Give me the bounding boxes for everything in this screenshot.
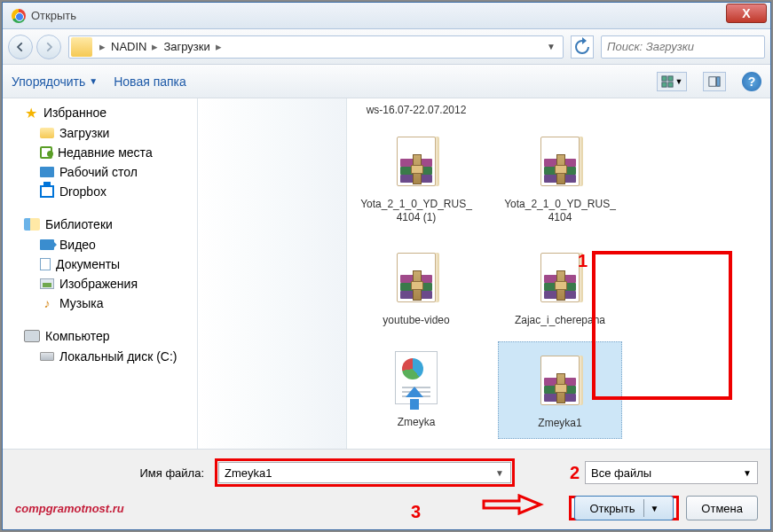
file-item[interactable]: Zmeyka [354, 341, 478, 439]
sidebar-splitter[interactable] [198, 98, 347, 449]
sidebar-item-images[interactable]: Изображения [3, 274, 197, 293]
file-list[interactable]: ws-16.07-22.07.2012 Yota_2_1_0_YD_RUS_41… [347, 98, 770, 449]
file-item[interactable]: Yota_2_1_0_YD_RUS_4104 [498, 123, 622, 232]
filename-input[interactable] [218, 462, 511, 483]
close-button[interactable]: X [726, 4, 767, 23]
cancel-button[interactable]: Отмена [686, 496, 758, 520]
file-label: youtube-video [358, 314, 475, 328]
sidebar-computer-head[interactable]: Компьютер [3, 325, 197, 347]
rar-archive-icon [535, 356, 585, 405]
file-label: Zajac_i_cherepaha [501, 314, 619, 328]
sidebar-favorites-head[interactable]: ★Избранное [3, 102, 197, 123]
preview-pane-button[interactable] [703, 72, 726, 91]
presentation-icon [388, 351, 445, 408]
rar-archive-icon [535, 137, 585, 186]
file-label: Zmeyka1 [502, 417, 618, 431]
file-item-truncated[interactable]: ws-16.07-22.07.2012 [354, 102, 478, 120]
sidebar-item-dropbox[interactable]: Dropbox [3, 182, 197, 201]
breadcrumb-downloads[interactable]: Загрузки [162, 40, 211, 53]
file-label: Zmeyka [358, 416, 475, 430]
organize-menu[interactable]: Упорядочить▼ [12, 74, 98, 89]
refresh-button[interactable] [571, 35, 594, 59]
video-icon [40, 239, 54, 250]
view-mode-button[interactable]: ▼ [657, 72, 687, 91]
sidebar: ★Избранное Загрузки Недавние места Рабоч… [3, 98, 198, 449]
rar-archive-icon [535, 253, 585, 302]
sidebar-item-documents[interactable]: Документы [3, 254, 197, 274]
open-dialog: Открыть X ▸ NADIN ▸ Загрузки ▸ ▼ Упорядо… [2, 2, 771, 530]
disk-icon [40, 352, 54, 361]
filename-label: Имя файла: [15, 466, 209, 480]
annotation-3: 3 [411, 502, 421, 522]
toolbar: Упорядочить▼ Новая папка ▼ ? [3, 65, 770, 98]
sidebar-libraries-head[interactable]: Библиотеки [3, 214, 197, 235]
sidebar-item-desktop[interactable]: Рабочий стол [3, 162, 197, 182]
file-label: Yota_2_1_0_YD_RUS_4104 [501, 198, 619, 225]
svg-rect-0 [661, 75, 666, 80]
file-item[interactable]: youtube-video [354, 239, 478, 335]
svg-rect-4 [709, 76, 716, 86]
sidebar-item-music[interactable]: ♪Музыка [3, 293, 197, 313]
new-folder-button[interactable]: Новая папка [114, 74, 186, 89]
forward-button[interactable] [36, 35, 61, 59]
annotation-2: 2 [570, 463, 580, 483]
breadcrumb-nadin[interactable]: NADIN [109, 40, 148, 53]
chrome-icon [12, 9, 26, 23]
library-icon [24, 218, 40, 231]
file-item[interactable]: Zajac_i_cherepaha [498, 239, 622, 335]
sidebar-item-recent[interactable]: Недавние места [3, 143, 197, 162]
computer-icon [24, 330, 40, 342]
sidebar-item-disk-c[interactable]: Локальный диск (C:) [3, 347, 197, 366]
annotation-arrow-icon [482, 494, 544, 519]
sidebar-item-downloads[interactable]: Загрузки [3, 123, 197, 143]
titlebar: Открыть X [3, 3, 770, 29]
folder-icon [71, 37, 92, 57]
search-input[interactable] [601, 35, 765, 59]
navbar: ▸ NADIN ▸ Загрузки ▸ ▼ [3, 29, 770, 65]
watermark: compgramotnost.ru [15, 502, 124, 515]
star-icon: ★ [24, 106, 38, 120]
folder-icon [40, 128, 54, 138]
file-label: Yota_2_1_0_YD_RUS_4104 (1) [358, 198, 475, 225]
image-icon [40, 278, 54, 289]
svg-rect-5 [717, 76, 721, 86]
sidebar-item-video[interactable]: Видео [3, 235, 197, 254]
file-item[interactable]: Zmeyka1 [498, 341, 622, 439]
rar-archive-icon [391, 253, 441, 302]
svg-rect-3 [667, 82, 672, 86]
dropbox-icon [40, 185, 54, 198]
recent-icon [40, 146, 52, 159]
back-button[interactable] [8, 35, 33, 59]
annotation-box-3: Открыть▼ [569, 496, 679, 520]
svg-rect-2 [661, 82, 666, 86]
breadcrumb[interactable]: ▸ NADIN ▸ Загрузки ▸ ▼ [68, 35, 564, 59]
annotation-box-2 [215, 458, 515, 487]
document-icon [40, 258, 51, 270]
svg-rect-1 [667, 75, 672, 80]
rar-archive-icon [391, 137, 441, 186]
file-filter-dropdown[interactable]: Все файлы▼ [585, 461, 758, 484]
footer: Имя файла: ▼ 2 Все файлы▼ compgramotnost… [3, 449, 770, 529]
file-item[interactable]: Yota_2_1_0_YD_RUS_4104 (1) [354, 123, 478, 232]
music-icon: ♪ [40, 296, 54, 310]
window-title: Открыть [31, 9, 726, 22]
open-button[interactable]: Открыть▼ [574, 496, 674, 520]
help-button[interactable]: ? [742, 72, 761, 91]
desktop-icon [40, 167, 54, 177]
